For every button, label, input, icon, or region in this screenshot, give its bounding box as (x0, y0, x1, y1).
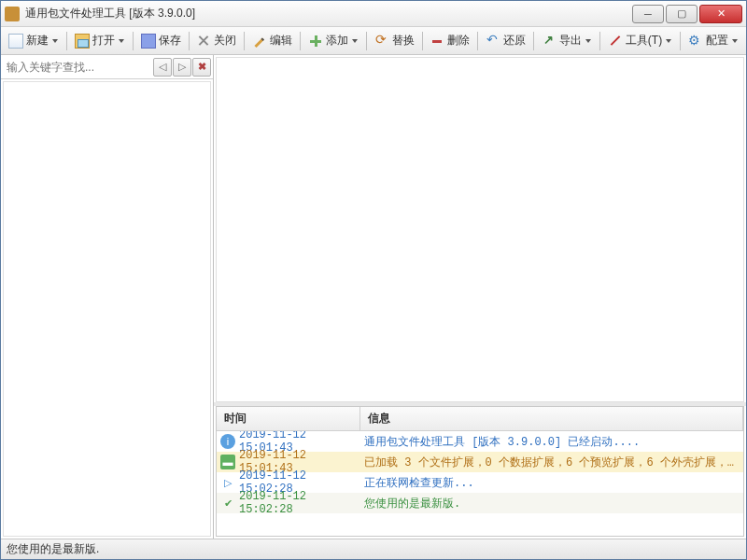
log-pane: 时间 信息 i2019-11-12 15:01:43通用包文件处理工具 [版本 … (216, 406, 744, 537)
dropdown-icon (665, 37, 672, 45)
separator (189, 32, 190, 50)
config-button[interactable]: 配置 (684, 31, 742, 50)
separator (244, 32, 245, 50)
tool-icon (608, 34, 623, 49)
clear-button[interactable]: ✖ (192, 58, 211, 77)
separator (366, 32, 367, 50)
save-label: 保存 (159, 33, 181, 49)
edit-icon (252, 34, 267, 49)
separator (477, 32, 478, 50)
minimize-button[interactable]: ─ (632, 5, 664, 23)
save-button[interactable]: 保存 (137, 31, 185, 50)
separator (133, 32, 134, 50)
log-header-info[interactable]: 信息 (360, 407, 743, 430)
delete-icon (430, 34, 444, 49)
play-icon: ▷ (220, 475, 235, 490)
save-icon (141, 34, 156, 49)
toolbar: 新建 打开 保存 关闭 编辑 添加 替换 删除 还原 导出 工具(T) 配置 (1, 27, 746, 55)
delete-label: 删除 (447, 33, 470, 49)
dropdown-icon (118, 37, 125, 45)
close-button[interactable]: ✕ (699, 5, 742, 23)
window-title: 通用包文件处理工具 [版本 3.9.0.0] (25, 6, 632, 21)
close-label: 关闭 (214, 33, 236, 49)
prev-button[interactable]: ◁ (153, 58, 172, 77)
export-button[interactable]: 导出 (538, 31, 596, 50)
app-icon (5, 7, 20, 21)
log-time: 2019-11-12 15:02:28 (239, 490, 364, 516)
next-button[interactable]: ▷ (173, 58, 191, 77)
gear-icon (688, 34, 703, 49)
log-info: 您使用的是最新版. (364, 496, 740, 511)
check-icon: ✔ (220, 496, 235, 511)
delete-button[interactable]: 删除 (426, 31, 473, 50)
edit-label: 编辑 (270, 33, 292, 49)
export-icon (542, 34, 557, 49)
info-icon: i (220, 434, 235, 449)
new-label: 新建 (26, 33, 49, 49)
open-label: 打开 (92, 33, 115, 49)
restore-button[interactable]: 还原 (482, 31, 529, 50)
window-controls: ─ ▢ ✕ (632, 5, 742, 23)
search-input[interactable] (3, 59, 152, 76)
new-button[interactable]: 新建 (5, 31, 63, 50)
new-file-icon (8, 34, 23, 49)
replace-label: 替换 (392, 33, 415, 49)
close-icon (196, 34, 211, 49)
right-pane: 时间 信息 i2019-11-12 15:01:43通用包文件处理工具 [版本 … (214, 55, 746, 539)
add-button[interactable]: 添加 (304, 31, 362, 50)
separator (680, 32, 681, 50)
separator (300, 32, 301, 50)
edit-button[interactable]: 编辑 (248, 31, 296, 50)
search-row: ◁ ▷ ✖ (1, 55, 213, 79)
add-label: 添加 (326, 33, 348, 49)
tree-view[interactable] (3, 81, 211, 537)
app-window: 通用包文件处理工具 [版本 3.9.0.0] ─ ▢ ✕ 新建 打开 保存 关闭… (0, 0, 747, 560)
statusbar: 您使用的是最新版. (1, 539, 746, 559)
content-area[interactable] (216, 57, 744, 402)
close-file-button[interactable]: 关闭 (192, 31, 240, 50)
titlebar[interactable]: 通用包文件处理工具 [版本 3.9.0.0] ─ ▢ ✕ (1, 1, 746, 27)
dropdown-icon (585, 37, 592, 45)
restore-icon (486, 34, 500, 49)
replace-icon (374, 34, 389, 49)
restore-label: 还原 (503, 33, 526, 49)
tool-button[interactable]: 工具(T) (604, 31, 676, 50)
open-button[interactable]: 打开 (71, 31, 129, 50)
export-label: 导出 (559, 33, 582, 49)
log-info: 通用包文件处理工具 [版本 3.9.0.0] 已经启动.... (364, 434, 740, 450)
dropdown-icon (731, 37, 739, 45)
open-folder-icon (75, 34, 90, 49)
body-area: ◁ ▷ ✖ 时间 信息 i2019-11-12 15:01:43通用包文件处理工… (1, 55, 746, 539)
config-label: 配置 (706, 33, 728, 49)
log-row[interactable]: ✔2019-11-12 15:02:28您使用的是最新版. (217, 493, 743, 513)
log-info: 正在联网检查更新... (364, 475, 740, 491)
log-rows[interactable]: i2019-11-12 15:01:43通用包文件处理工具 [版本 3.9.0.… (217, 431, 743, 536)
log-info: 已加载 3 个文件扩展，0 个数据扩展，6 个预览扩展，6 个外壳扩展，1 个.… (364, 455, 740, 470)
left-pane: ◁ ▷ ✖ (1, 55, 214, 539)
dropdown-icon (351, 37, 359, 45)
add-icon (308, 34, 323, 49)
msg-icon: ▬ (220, 455, 235, 469)
separator (599, 32, 600, 50)
maximize-button[interactable]: ▢ (666, 5, 698, 23)
log-header-time[interactable]: 时间 (217, 407, 360, 430)
log-header: 时间 信息 (217, 407, 743, 431)
separator (422, 32, 423, 50)
replace-button[interactable]: 替换 (371, 31, 418, 50)
dropdown-icon (51, 37, 59, 45)
tool-label: 工具(T) (626, 33, 662, 49)
separator (66, 32, 67, 50)
status-text: 您使用的是最新版. (7, 541, 99, 557)
separator (533, 32, 534, 50)
